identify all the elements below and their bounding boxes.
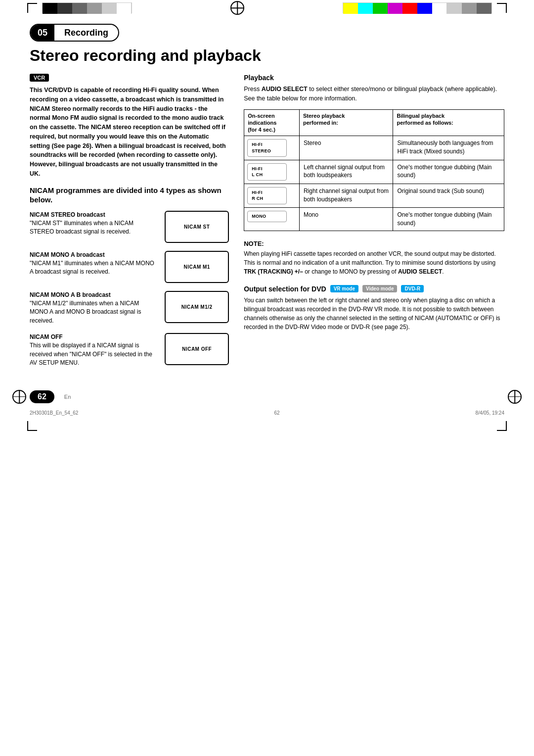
right-registration-mark — [508, 390, 522, 404]
table-cell-stereo-4: Mono — [299, 207, 393, 231]
table-header-onscreen: On-screen indications(for 4 sec.) — [244, 109, 300, 136]
table-cell-stereo-3: Right channel signal output from both lo… — [299, 184, 393, 207]
mini-screen-2: HI-FI L CH — [247, 163, 287, 181]
corner-mark-tr — [497, 3, 507, 13]
swatch-green — [373, 3, 388, 14]
swatch-lighter-gray — [102, 3, 117, 14]
table-cell-stereo-1: Stereo — [299, 136, 393, 160]
swatch-group-left — [42, 2, 132, 13]
chapter-title: Recording — [54, 28, 118, 38]
table-cell-stereo-2: Left channel signal output from both lou… — [299, 160, 393, 184]
right-column: Playback Press AUDIO SELECT to select ei… — [244, 74, 504, 376]
screen-line-mono: MONO — [252, 213, 266, 220]
page-number: 62 — [30, 390, 54, 403]
nicam-off-screen-text: NICAM OFF — [182, 346, 212, 352]
mini-screen-4: MONO — [247, 211, 287, 222]
page: 05 Recording Stereo recording and playba… — [0, 0, 534, 756]
table-header-stereo: Stereo playbackperformed in: — [299, 109, 393, 136]
swatch-gray2 — [447, 3, 462, 14]
playback-title: Playback — [244, 74, 504, 82]
language-tag: En — [64, 394, 71, 400]
nicam-mono-ab-label: NICAM MONO A B broadcast — [30, 291, 111, 298]
table-cell-screen-1: HI-FI STEREO — [244, 136, 300, 160]
table-cell-bilingual-2: One's mother tongue dubbing (Main sound) — [393, 160, 504, 184]
nicam-mono-ab-screen-text: NICAM M1/2 — [181, 304, 213, 310]
footer-doc-id: 2H30301B_En_54_62 — [30, 410, 78, 416]
footer: 2H30301B_En_54_62 62 8/4/05, 19:24 — [0, 407, 534, 419]
swatch-mid-gray — [72, 3, 87, 14]
nicam-stereo-text: NICAM STEREO broadcast "NICAM ST" illumi… — [30, 211, 159, 236]
screen-line-hifi-2: HI-FI — [252, 166, 263, 172]
nicam-mono-ab-text: NICAM MONO A B broadcast "NICAM M1/2" il… — [30, 291, 159, 326]
dvdr-mode-badge: DVD-R — [401, 285, 424, 292]
swatch-cyan — [358, 3, 373, 14]
output-text: You can switch between the left or right… — [244, 296, 504, 331]
center-crosshair — [230, 1, 244, 15]
corner-mark-br — [497, 421, 507, 431]
swatch-gray4 — [477, 3, 491, 14]
swatch-white — [117, 3, 132, 14]
nicam-mono-a-screen-text: NICAM M1 — [183, 264, 210, 270]
mini-screen-1: HI-FI STEREO — [247, 139, 287, 156]
left-registration-mark — [12, 390, 26, 404]
table-row-stereo: HI-FI STEREO Stereo Simultaneously both … — [244, 136, 504, 160]
chapter-header-area: 05 Recording — [0, 16, 534, 42]
screen-line-hifi-3: HI-FI — [252, 189, 263, 196]
screen-line-rch: R CH — [252, 195, 263, 202]
table-row-mono: MONO Mono One's mother tongue dubbing (M… — [244, 207, 504, 231]
table-cell-bilingual-3: Original sound track (Sub sound) — [393, 184, 504, 207]
screen-line-stereo: STEREO — [252, 148, 271, 154]
nicam-mono-a-text: NICAM MONO A broadcast "NICAM M1" illumi… — [30, 251, 159, 277]
nicam-mono-a-label: NICAM MONO A broadcast — [30, 251, 105, 258]
table-cell-bilingual-1: Simultaneously both languages from HiFi … — [393, 136, 504, 160]
nicam-stereo-screen: NICAM ST — [165, 211, 229, 243]
footer-page-num: 62 — [274, 410, 279, 416]
table-row-lch: HI-FI L CH Left channel signal output fr… — [244, 160, 504, 184]
corner-mark-bl — [27, 421, 37, 431]
table-cell-screen-3: HI-FI R CH — [244, 184, 300, 207]
two-column-layout: VCR This VCR/DVD is capable of recording… — [30, 74, 504, 376]
screen-line-hifi-1: HI-FI — [252, 142, 263, 148]
footer-date: 8/4/05, 19:24 — [476, 410, 504, 416]
left-column: VCR This VCR/DVD is capable of recording… — [30, 74, 229, 376]
playback-text: Press AUDIO SELECT to select either ster… — [244, 85, 504, 103]
swatch-red — [402, 3, 417, 14]
table-cell-bilingual-4: One's mother tongue dubbing (Main sound) — [393, 207, 504, 231]
swatch-magenta — [388, 3, 402, 14]
nicam-item-off: NICAM OFF This will be displayed if a NI… — [30, 333, 229, 368]
swatch-dark-gray — [57, 3, 72, 14]
nicam-item-mono-a: NICAM MONO A broadcast "NICAM M1" illumi… — [30, 251, 229, 283]
video-mode-badge: Video mode — [362, 285, 398, 292]
swatch-blue — [417, 3, 432, 14]
swatch-white2 — [432, 3, 447, 14]
table-header-bilingual: Bilingual playbackperformed as follows: — [393, 109, 504, 136]
playback-table: On-screen indications(for 4 sec.) Stereo… — [244, 109, 504, 231]
nicam-stereo-screen-text: NICAM ST — [184, 224, 210, 230]
swatch-yellow — [343, 3, 358, 14]
output-title: Output selection for DVD VR mode Video m… — [244, 285, 504, 293]
nicam-off-screen: NICAM OFF — [165, 333, 229, 365]
screen-line-lch: L CH — [252, 172, 263, 178]
swatch-light-gray — [87, 3, 102, 14]
note-section: NOTE: When playing HiFi cassette tapes r… — [244, 240, 504, 276]
note-title: NOTE: — [244, 240, 504, 247]
note-text: When playing HiFi cassette tapes recorde… — [244, 249, 504, 276]
swatch-black — [43, 3, 57, 14]
nicam-mono-ab-screen: NICAM M1/2 — [165, 291, 229, 323]
output-section: Output selection for DVD VR mode Video m… — [244, 285, 504, 331]
corner-mark-tl — [27, 3, 37, 13]
nicam-stereo-label: NICAM STEREO broadcast — [30, 211, 105, 218]
vr-mode-badge: VR mode — [330, 285, 358, 292]
nicam-item-stereo: NICAM STEREO broadcast "NICAM ST" illumi… — [30, 211, 229, 243]
page-number-area: 62 En — [0, 390, 534, 403]
nicam-off-label: NICAM OFF — [30, 333, 63, 340]
swatch-group-right — [343, 2, 492, 13]
table-row-rch: HI-FI R CH Right channel signal output f… — [244, 184, 504, 207]
table-cell-screen-4: MONO — [244, 207, 300, 231]
mini-screen-3: HI-FI R CH — [247, 187, 287, 204]
chapter-header: 05 Recording — [30, 24, 119, 42]
swatch-gray3 — [462, 3, 477, 14]
nicam-header: NICAM programmes are divided into 4 type… — [30, 186, 229, 205]
nicam-mono-a-screen: NICAM M1 — [165, 251, 229, 283]
nicam-item-mono-ab: NICAM MONO A B broadcast "NICAM M1/2" il… — [30, 291, 229, 326]
